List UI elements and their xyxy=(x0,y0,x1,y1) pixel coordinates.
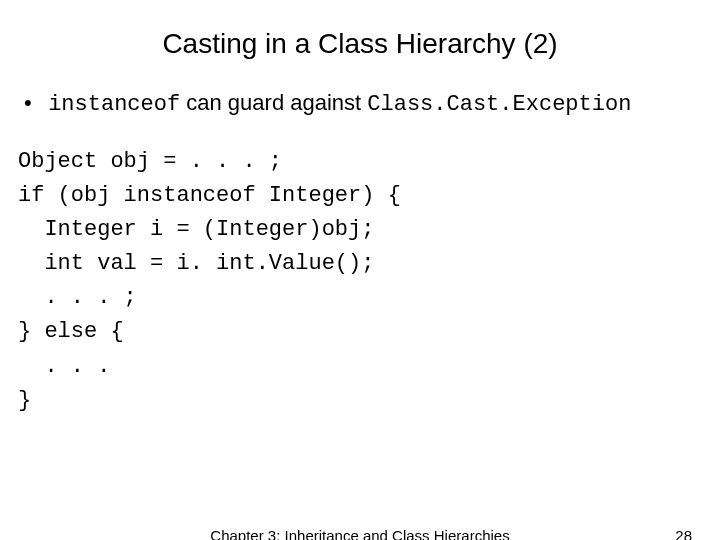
code-line: } else { xyxy=(18,315,720,349)
bullet-line: • instanceof can guard against Class.Cas… xyxy=(24,90,720,117)
bullet-code-2: Class.Cast.Exception xyxy=(367,92,631,117)
footer-chapter: Chapter 3: Inheritance and Class Hierarc… xyxy=(0,527,720,540)
code-line: Object obj = . . . ; xyxy=(18,145,720,179)
code-line: if (obj instanceof Integer) { xyxy=(18,179,720,213)
code-line: . . . ; xyxy=(18,281,720,315)
code-line: . . . xyxy=(18,350,720,384)
bullet-mid-text: can guard against xyxy=(180,90,367,115)
slide: Casting in a Class Hierarchy (2) • insta… xyxy=(0,28,720,540)
code-line: Integer i = (Integer)obj; xyxy=(18,213,720,247)
footer-page-number: 28 xyxy=(675,527,692,540)
code-line: } xyxy=(18,384,720,418)
code-block: Object obj = . . . ;if (obj instanceof I… xyxy=(18,145,720,418)
code-line: int val = i. int.Value(); xyxy=(18,247,720,281)
bullet-dot-icon: • xyxy=(24,90,42,116)
bullet-code-1: instanceof xyxy=(48,92,180,117)
slide-title: Casting in a Class Hierarchy (2) xyxy=(0,28,720,60)
